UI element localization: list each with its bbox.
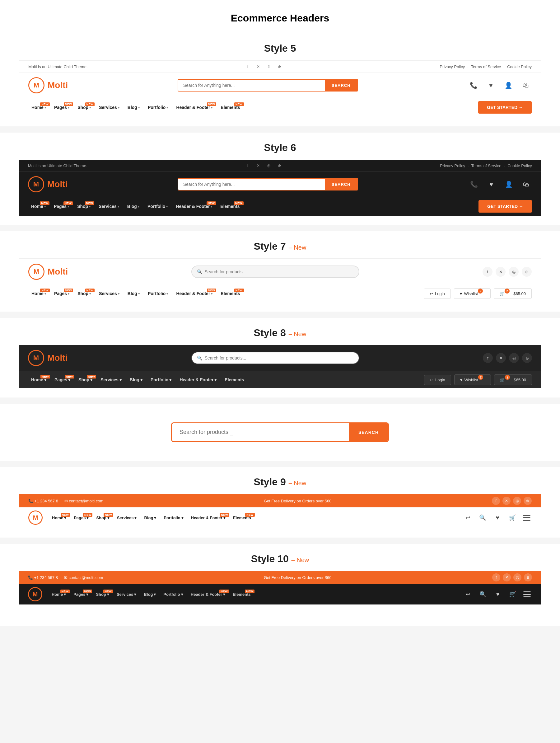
- get-started-btn-6[interactable]: GET STARTED →: [478, 200, 532, 213]
- search-input-7[interactable]: [205, 266, 354, 277]
- nav-shop-5[interactable]: Shop ▾ NEW: [74, 103, 94, 112]
- login-icon-9[interactable]: ↩: [462, 512, 473, 523]
- nav-elements-5[interactable]: Elements NEW: [218, 103, 243, 112]
- wishlist-btn-8[interactable]: ♥ Wishlist 2: [454, 375, 491, 385]
- search-button-6[interactable]: SEARCH: [325, 179, 358, 190]
- cart-btn-8[interactable]: 🛒 2 $65.00: [494, 375, 532, 385]
- nav-home-7[interactable]: Home ▾ NEW: [28, 289, 49, 298]
- terms-link-5[interactable]: Terms of Service: [471, 64, 501, 69]
- big-search-input[interactable]: [172, 423, 349, 441]
- nav-home-9[interactable]: Home ▾ NEW: [49, 514, 69, 522]
- nav-elements-6[interactable]: Elements NEW: [217, 202, 243, 211]
- user-icon-6[interactable]: 👤: [503, 178, 515, 190]
- nav-header-footer-6[interactable]: Header & Footer ▾ NEW: [173, 202, 215, 211]
- nav-elements-9[interactable]: Elements NEW: [230, 514, 254, 522]
- nav-portfolio-7[interactable]: Portfolio ▾: [145, 289, 172, 298]
- globe-icon-7[interactable]: ⊕: [522, 267, 532, 277]
- cookie-link-5[interactable]: Cookie Policy: [507, 64, 532, 69]
- globe-icon-9[interactable]: ⊕: [524, 497, 532, 505]
- nav-elements-8[interactable]: Elements: [222, 376, 247, 384]
- nav-shop-10[interactable]: Shop ▾ NEW: [93, 590, 112, 599]
- twitter-x-icon-9[interactable]: ✕: [503, 497, 511, 505]
- phone-icon-5[interactable]: 📞: [468, 79, 479, 91]
- logo-icon-9[interactable]: M: [28, 511, 43, 525]
- facebook-icon-9[interactable]: f: [492, 497, 500, 505]
- nav-portfolio-5[interactable]: Portfolio ▾: [145, 103, 172, 112]
- nav-pages-6[interactable]: Pages ▾ NEW: [51, 202, 72, 211]
- nav-pages-10[interactable]: Pages ▾ NEW: [70, 590, 91, 599]
- search-icon-10[interactable]: 🔍: [477, 588, 488, 600]
- nav-home-8[interactable]: Home ▾ NEW: [28, 376, 49, 384]
- wishlist-btn-7[interactable]: ♥ Wishlist 2: [454, 288, 491, 299]
- nav-home-10[interactable]: Home ▾ NEW: [49, 590, 69, 599]
- facebook-icon-10[interactable]: f: [492, 573, 500, 581]
- privacy-link-5[interactable]: Privacy Policy: [439, 64, 465, 69]
- nav-services-5[interactable]: Services ▾: [96, 103, 123, 112]
- twitter-x-icon-6[interactable]: ✕: [255, 162, 262, 169]
- nav-blog-7[interactable]: Blog ▾: [125, 289, 143, 298]
- logo-6[interactable]: M Molti: [28, 176, 67, 192]
- globe-icon-6[interactable]: ⊕: [276, 162, 283, 169]
- twitter-x-icon-8[interactable]: ✕: [496, 353, 506, 363]
- logo-icon-10[interactable]: M: [28, 587, 42, 601]
- search-icon-9[interactable]: 🔍: [477, 512, 488, 523]
- login-btn-7[interactable]: ↩ Login: [424, 289, 451, 299]
- globe-icon-8[interactable]: ⊕: [522, 353, 532, 363]
- nav-portfolio-9[interactable]: Portfolio ▾: [160, 514, 186, 522]
- get-started-btn-5[interactable]: GET STARTED →: [478, 101, 532, 114]
- search-button-5[interactable]: SEARCH: [325, 80, 358, 91]
- nav-blog-8[interactable]: Blog ▾: [127, 376, 146, 384]
- globe-icon-10[interactable]: ⊕: [524, 573, 532, 581]
- nav-blog-6[interactable]: Blog ▾: [124, 202, 142, 211]
- phone-icon-6[interactable]: 📞: [468, 178, 480, 190]
- cart-icon-10[interactable]: 🛒: [507, 588, 518, 600]
- wishlist-icon-9[interactable]: ♥: [492, 512, 503, 523]
- nav-portfolio-10[interactable]: Portfolio ▾: [160, 590, 186, 599]
- nav-header-footer-5[interactable]: Header & Footer ▾ NEW: [173, 103, 216, 112]
- hamburger-9[interactable]: [522, 514, 532, 522]
- cart-icon-9[interactable]: 🛒: [507, 512, 518, 523]
- instagram-icon-9[interactable]: ◎: [513, 497, 521, 505]
- nav-services-6[interactable]: Services ▾: [95, 202, 122, 211]
- search-input-6[interactable]: [178, 179, 325, 190]
- cart-icon-6[interactable]: 🛍: [520, 178, 532, 190]
- hamburger-10[interactable]: [522, 590, 532, 599]
- nav-services-7[interactable]: Services ▾: [96, 289, 123, 298]
- nav-blog-10[interactable]: Blog ▾: [141, 590, 159, 599]
- terms-link-6[interactable]: Terms of Service: [471, 164, 502, 168]
- facebook-icon-7[interactable]: f: [482, 267, 493, 277]
- nav-portfolio-8[interactable]: Portfolio ▾: [147, 376, 175, 384]
- logo-7[interactable]: M Molti: [28, 264, 68, 280]
- user-icon-5[interactable]: 👤: [503, 79, 514, 91]
- instagram-icon-6[interactable]: ◎: [265, 162, 272, 169]
- instagram-icon-7[interactable]: ◎: [509, 267, 519, 277]
- nav-shop-9[interactable]: Shop ▾ NEW: [93, 514, 112, 522]
- wishlist-icon-10[interactable]: ♥: [492, 588, 503, 600]
- login-icon-10[interactable]: ↩: [462, 588, 473, 600]
- wishlist-icon-5[interactable]: ♥: [485, 79, 497, 91]
- nav-portfolio-6[interactable]: Portfolio ▾: [144, 202, 171, 211]
- nav-pages-5[interactable]: Pages ▾ NEW: [51, 103, 73, 112]
- nav-services-10[interactable]: Services ▾: [113, 590, 140, 599]
- wishlist-icon-6[interactable]: ♥: [485, 178, 497, 190]
- instagram-icon-5[interactable]: : [265, 63, 272, 70]
- nav-blog-9[interactable]: Blog ▾: [141, 514, 159, 522]
- nav-shop-6[interactable]: Shop ▾ NEW: [74, 202, 94, 211]
- nav-shop-7[interactable]: Shop ▾ NEW: [74, 289, 94, 298]
- twitter-x-icon-7[interactable]: ✕: [496, 267, 506, 277]
- cookie-link-6[interactable]: Cookie Policy: [507, 164, 532, 168]
- login-btn-8[interactable]: ↩ Login: [424, 375, 451, 385]
- logo-8[interactable]: M Molti: [28, 350, 67, 366]
- search-input-5[interactable]: [178, 80, 325, 91]
- facebook-icon-6[interactable]: f: [244, 162, 251, 169]
- privacy-link-6[interactable]: Privacy Policy: [440, 164, 465, 168]
- nav-elements-7[interactable]: Elements NEW: [218, 289, 243, 298]
- nav-header-footer-7[interactable]: Header & Footer ▾ NEW: [173, 289, 216, 298]
- instagram-icon-10[interactable]: ◎: [513, 573, 521, 581]
- facebook-icon-5[interactable]: f: [244, 63, 251, 70]
- nav-home-6[interactable]: Home ▾ NEW: [28, 202, 49, 211]
- globe-icon-5[interactable]: ⊕: [276, 63, 283, 70]
- cart-btn-7[interactable]: 🛒 2 $65.00: [494, 288, 532, 299]
- nav-pages-8[interactable]: Pages ▾ NEW: [51, 376, 74, 384]
- nav-services-9[interactable]: Services ▾: [114, 514, 140, 522]
